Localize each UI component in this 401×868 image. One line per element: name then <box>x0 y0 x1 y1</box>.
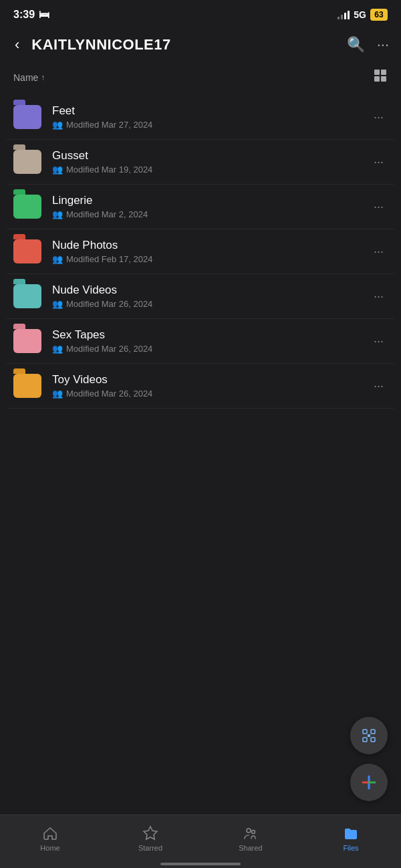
shared-icon: 👥 <box>52 344 63 354</box>
list-item[interactable]: Nude Videos 👥 Modified Mar 26, 2024 ··· <box>7 274 394 319</box>
shared-icon: 👥 <box>52 299 63 309</box>
list-item[interactable]: Nude Photos 👥 Modified Feb 17, 2024 ··· <box>7 229 394 274</box>
folder-info-nude-videos: Nude Videos 👥 Modified Mar 26, 2024 <box>52 284 359 309</box>
folder-info-feet: Feet 👥 Modified Mar 27, 2024 <box>52 104 359 130</box>
folder-icon-feet <box>13 105 41 129</box>
nav-item-files[interactable]: Files <box>301 825 401 852</box>
modified-date: Modified Mar 19, 2024 <box>66 165 152 175</box>
fab-container <box>350 717 388 801</box>
more-button[interactable]: ··· <box>370 375 388 397</box>
folder-info-gusset: Gusset 👥 Modified Mar 19, 2024 <box>52 149 359 175</box>
shared-icon: 👥 <box>52 165 63 175</box>
time-display: 3:39 <box>13 9 35 21</box>
sort-bar: Name ↑ <box>0 63 401 95</box>
folder-meta: 👥 Modified Mar 19, 2024 <box>52 165 359 175</box>
folder-icon-toy-videos <box>13 374 41 398</box>
search-icon[interactable]: 🔍 <box>347 36 365 53</box>
nav-item-home[interactable]: Home <box>0 825 100 852</box>
add-fab-button[interactable] <box>350 764 388 801</box>
folder-info-toy-videos: Toy Videos 👥 Modified Mar 26, 2024 <box>52 373 359 399</box>
folder-name: Nude Videos <box>52 284 359 297</box>
back-button[interactable]: ‹ <box>12 33 22 56</box>
scan-fab-button[interactable] <box>350 717 388 754</box>
folder-meta: 👥 Modified Mar 27, 2024 <box>52 120 359 130</box>
shared-icon: 👥 <box>52 209 63 219</box>
more-button[interactable]: ··· <box>370 286 388 308</box>
svg-rect-2 <box>374 76 380 82</box>
modified-date: Modified Mar 27, 2024 <box>66 120 152 130</box>
folder-icon-sex-tapes <box>13 329 41 353</box>
shared-nav-icon <box>243 825 259 841</box>
list-item[interactable]: Sex Tapes 👥 Modified Mar 26, 2024 ··· <box>7 319 394 364</box>
sort-label[interactable]: Name ↑ <box>13 72 45 83</box>
folder-meta: 👥 Modified Mar 26, 2024 <box>52 389 359 399</box>
folder-icon-nude-videos <box>13 284 41 308</box>
shared-icon: 👥 <box>52 254 63 264</box>
more-button[interactable]: ··· <box>370 196 388 218</box>
nav-item-starred[interactable]: Starred <box>100 825 200 852</box>
signal-bars <box>338 10 350 19</box>
list-item[interactable]: Toy Videos 👥 Modified Mar 26, 2024 ··· <box>7 364 394 409</box>
status-time: 3:39 🛏 <box>13 9 49 21</box>
more-button[interactable]: ··· <box>370 151 388 173</box>
svg-rect-7 <box>371 738 375 742</box>
list-item[interactable]: Lingerie 👥 Modified Mar 2, 2024 ··· <box>7 185 394 229</box>
folder-list: Feet 👥 Modified Mar 27, 2024 ··· Gusset … <box>0 95 401 409</box>
folder-info-lingerie: Lingerie 👥 Modified Mar 2, 2024 <box>52 194 359 219</box>
modified-date: Modified Feb 17, 2024 <box>66 254 152 264</box>
folder-name: Nude Photos <box>52 239 359 252</box>
files-folder-icon <box>343 825 359 841</box>
sort-field: Name <box>13 72 38 83</box>
sleep-icon: 🛏 <box>39 9 49 21</box>
svg-rect-8 <box>368 734 370 737</box>
folder-info-nude-photos: Nude Photos 👥 Modified Feb 17, 2024 <box>52 239 359 264</box>
svg-point-13 <box>252 830 255 833</box>
folder-name: Feet <box>52 104 359 118</box>
svg-point-12 <box>247 829 251 833</box>
more-options-icon[interactable]: ··· <box>377 36 389 53</box>
home-indicator <box>160 863 241 865</box>
more-button[interactable]: ··· <box>370 330 388 352</box>
home-icon <box>42 825 58 841</box>
status-bar: 3:39 🛏 5G 63 <box>0 0 401 27</box>
modified-date: Modified Mar 2, 2024 <box>66 209 148 219</box>
more-button[interactable]: ··· <box>370 241 388 263</box>
folder-name: Lingerie <box>52 194 359 207</box>
bottom-nav: Home Starred Shared Files <box>0 815 401 868</box>
star-icon <box>142 825 158 841</box>
shared-icon: 👥 <box>52 389 63 399</box>
svg-rect-3 <box>381 76 386 82</box>
folder-icon-gusset <box>13 150 41 174</box>
folder-meta: 👥 Modified Mar 26, 2024 <box>52 299 359 309</box>
page-title: KAITLYNNICOLE17 <box>31 36 337 53</box>
folder-icon-lingerie <box>13 195 41 219</box>
modified-date: Modified Mar 26, 2024 <box>66 299 152 309</box>
sort-arrow: ↑ <box>41 73 45 82</box>
list-item[interactable]: Feet 👥 Modified Mar 27, 2024 ··· <box>7 95 394 140</box>
folder-info-sex-tapes: Sex Tapes 👥 Modified Mar 26, 2024 <box>52 328 359 354</box>
battery-indicator: 63 <box>370 9 388 21</box>
list-item[interactable]: Gusset 👥 Modified Mar 19, 2024 ··· <box>7 140 394 185</box>
header-actions: 🔍 ··· <box>347 36 389 53</box>
nav-label-files: Files <box>343 844 358 852</box>
folder-name: Sex Tapes <box>52 328 359 342</box>
folder-icon-nude-photos <box>13 239 41 263</box>
header: ‹ KAITLYNNICOLE17 🔍 ··· <box>0 27 401 63</box>
folder-meta: 👥 Modified Mar 26, 2024 <box>52 344 359 354</box>
svg-rect-1 <box>381 70 386 75</box>
modified-date: Modified Mar 26, 2024 <box>66 344 152 354</box>
grid-view-icon[interactable] <box>373 68 388 87</box>
folder-name: Toy Videos <box>52 373 359 387</box>
nav-item-shared[interactable]: Shared <box>200 825 301 852</box>
modified-date: Modified Mar 26, 2024 <box>66 389 152 399</box>
nav-label-home: Home <box>40 844 59 852</box>
network-label: 5G <box>354 9 366 20</box>
svg-rect-6 <box>363 738 367 742</box>
folder-meta: 👥 Modified Mar 2, 2024 <box>52 209 359 219</box>
nav-label-starred: Starred <box>138 844 162 852</box>
status-right: 5G 63 <box>338 9 388 21</box>
svg-rect-0 <box>374 70 380 75</box>
nav-label-shared: Shared <box>239 844 262 852</box>
svg-rect-4 <box>363 730 367 734</box>
more-button[interactable]: ··· <box>370 106 388 128</box>
